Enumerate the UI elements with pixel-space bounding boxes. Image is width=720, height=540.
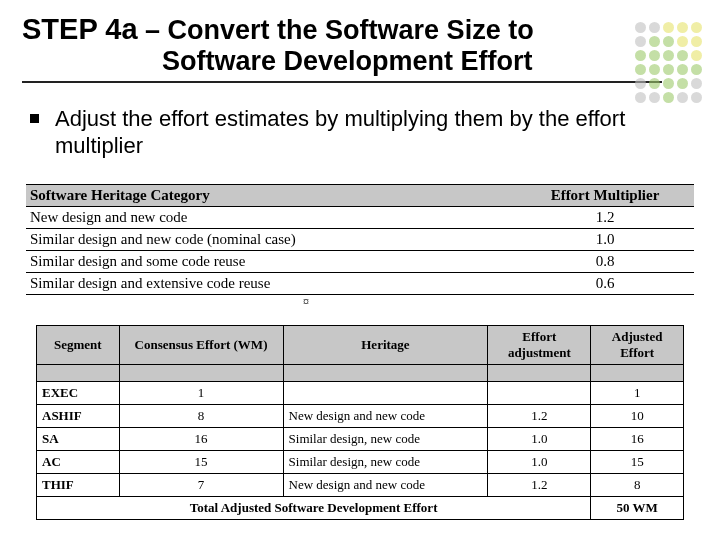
table-row: Similar design and some code reuse0.8 xyxy=(26,250,694,272)
deco-dot xyxy=(691,22,702,33)
bullet-icon xyxy=(30,114,39,123)
total-value: 50 WM xyxy=(591,496,684,519)
deco-dot xyxy=(649,92,660,103)
cell-consensus: 7 xyxy=(119,473,283,496)
col-header-adjusted: Adjusted Effort xyxy=(591,325,684,364)
title-rest: Convert the Software Size to xyxy=(168,15,534,45)
deco-dot xyxy=(691,64,702,75)
table-row: EXEC11 xyxy=(37,381,684,404)
table-row: THIF7New design and new code1.28 xyxy=(37,473,684,496)
deco-dot xyxy=(635,50,646,61)
cell-segment: ASHIF xyxy=(37,404,120,427)
table-row: SA16Similar design, new code1.016 xyxy=(37,427,684,450)
deco-dot xyxy=(649,64,660,75)
cell-adjusted: 8 xyxy=(591,473,684,496)
bullet-item: Adjust the effort estimates by multiplyi… xyxy=(30,105,690,160)
table1-body: New design and new code1.2Similar design… xyxy=(26,206,694,294)
col-header-heritage: Heritage xyxy=(283,325,488,364)
cell-category: Similar design and extensive code reuse xyxy=(26,272,516,294)
deco-dot xyxy=(663,22,674,33)
deco-dot xyxy=(663,78,674,89)
deco-dot xyxy=(635,64,646,75)
cell-heritage: New design and new code xyxy=(283,404,488,427)
deco-dot xyxy=(691,50,702,61)
col-header-segment: Segment xyxy=(37,325,120,364)
deco-dot xyxy=(649,22,660,33)
deco-dot xyxy=(635,78,646,89)
deco-dot xyxy=(663,50,674,61)
cell-segment: AC xyxy=(37,450,120,473)
table-total-row: Total Adjusted Software Development Effo… xyxy=(37,496,684,519)
deco-dot xyxy=(677,92,688,103)
table-header-row: Software Heritage Category Effort Multip… xyxy=(26,184,694,206)
decorative-dot-grid xyxy=(635,22,702,103)
deco-dot xyxy=(649,78,660,89)
cell-heritage: New design and new code xyxy=(283,473,488,496)
title-underline xyxy=(22,81,662,83)
slide: STEP 4a – Convert the Software Size to S… xyxy=(0,0,720,520)
cell-adjusted: 16 xyxy=(591,427,684,450)
deco-dot xyxy=(635,22,646,33)
col-header-adjustment: Effort adjustment xyxy=(488,325,591,364)
cell-multiplier: 1.2 xyxy=(516,206,694,228)
cell-adjusted: 1 xyxy=(591,381,684,404)
deco-dot xyxy=(635,92,646,103)
deco-dot xyxy=(649,50,660,61)
table-row: Similar design and extensive code reuse0… xyxy=(26,272,694,294)
cell-segment: EXEC xyxy=(37,381,120,404)
deco-dot xyxy=(691,78,702,89)
title-step: STEP 4a xyxy=(22,13,138,45)
cell-adjustment: 1.2 xyxy=(488,473,591,496)
deco-dot xyxy=(677,36,688,47)
col-header-multiplier: Effort Multiplier xyxy=(516,184,694,206)
cell-adjusted: 15 xyxy=(591,450,684,473)
cell-category: Similar design and new code (nominal cas… xyxy=(26,228,516,250)
cell-adjustment: 1.2 xyxy=(488,404,591,427)
title-dash: – xyxy=(138,15,168,45)
deco-dot xyxy=(677,50,688,61)
cell-category: New design and new code xyxy=(26,206,516,228)
deco-dot xyxy=(663,92,674,103)
deco-dot xyxy=(677,22,688,33)
cell-adjustment xyxy=(488,381,591,404)
cell-consensus: 16 xyxy=(119,427,283,450)
table-header-row: Segment Consensus Effort (WM) Heritage E… xyxy=(37,325,684,364)
table-row: AC15Similar design, new code1.015 xyxy=(37,450,684,473)
cell-multiplier: 1.0 xyxy=(516,228,694,250)
adjusted-effort-table: Segment Consensus Effort (WM) Heritage E… xyxy=(36,325,684,520)
cell-multiplier: 0.6 xyxy=(516,272,694,294)
cell-segment: SA xyxy=(37,427,120,450)
cell-heritage: Similar design, new code xyxy=(283,427,488,450)
deco-dot xyxy=(649,36,660,47)
cell-heritage xyxy=(283,381,488,404)
heritage-multiplier-table: Software Heritage Category Effort Multip… xyxy=(26,184,694,295)
bullet-text: Adjust the effort estimates by multiplyi… xyxy=(55,105,690,160)
slide-title-line1: STEP 4a – Convert the Software Size to xyxy=(22,14,698,46)
cell-adjusted: 10 xyxy=(591,404,684,427)
table-row: ASHIF8New design and new code1.210 xyxy=(37,404,684,427)
deco-dot xyxy=(691,36,702,47)
deco-dot xyxy=(635,36,646,47)
table2-body: EXEC11ASHIF8New design and new code1.210… xyxy=(37,381,684,496)
total-label: Total Adjusted Software Development Effo… xyxy=(37,496,591,519)
table-row: Similar design and new code (nominal cas… xyxy=(26,228,694,250)
cell-adjustment: 1.0 xyxy=(488,450,591,473)
deco-dot xyxy=(663,64,674,75)
slide-title-line2: Software Development Effort xyxy=(22,46,698,77)
cell-consensus: 15 xyxy=(119,450,283,473)
cell-category: Similar design and some code reuse xyxy=(26,250,516,272)
cell-adjustment: 1.0 xyxy=(488,427,591,450)
table-spacer-row xyxy=(37,364,684,381)
deco-dot xyxy=(663,36,674,47)
cell-consensus: 8 xyxy=(119,404,283,427)
table-row: New design and new code1.2 xyxy=(26,206,694,228)
deco-dot xyxy=(691,92,702,103)
cell-segment: THIF xyxy=(37,473,120,496)
col-header-category: Software Heritage Category xyxy=(26,184,516,206)
deco-dot xyxy=(677,78,688,89)
cell-multiplier: 0.8 xyxy=(516,250,694,272)
cell-consensus: 1 xyxy=(119,381,283,404)
col-header-consensus: Consensus Effort (WM) xyxy=(119,325,283,364)
title-block: STEP 4a – Convert the Software Size to S… xyxy=(22,14,698,83)
deco-dot xyxy=(677,64,688,75)
